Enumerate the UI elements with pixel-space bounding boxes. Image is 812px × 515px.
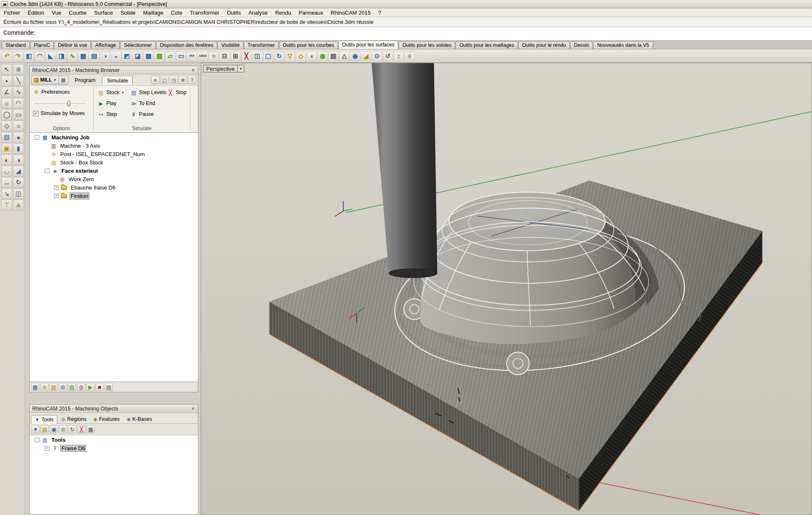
- tree-item-label[interactable]: Ebauche fraise D6: [69, 184, 117, 191]
- load-tool-library-icon[interactable]: ▤: [41, 425, 49, 433]
- rebuild-surface-icon[interactable]: ↻: [274, 51, 284, 61]
- tab-simulate[interactable]: Simulate: [102, 76, 133, 85]
- settings-icon[interactable]: ⊚: [179, 76, 187, 84]
- fillet-surface-icon[interactable]: ◠: [35, 51, 45, 61]
- step-levels-button[interactable]: ▤ Step Levels: [129, 88, 168, 97]
- scale-icon[interactable]: ↘: [1, 188, 12, 199]
- handlebar-editor-icon[interactable]: ⊙: [372, 51, 382, 61]
- dimension-icon[interactable]: ⊤: [1, 200, 12, 210]
- stock-setup-icon[interactable]: ▧: [49, 383, 58, 391]
- helix-icon[interactable]: ≈: [13, 120, 24, 131]
- toolbar-tab[interactable]: Outils pour les maillages: [456, 41, 518, 49]
- slider-thumb[interactable]: [67, 101, 70, 106]
- sweep2-icon[interactable]: ◪: [133, 51, 143, 61]
- tree-item-label[interactable]: Fraise D6: [60, 445, 86, 452]
- menu-item[interactable]: ?: [374, 8, 385, 17]
- checkbox-check-icon[interactable]: ✓: [33, 111, 38, 116]
- command-input-line[interactable]: Commande:: [0, 27, 812, 41]
- stock-button[interactable]: ▧ Stock ▾: [96, 88, 126, 97]
- objects-tab[interactable]: ▼ Tools: [31, 415, 57, 424]
- arc-icon[interactable]: ◠: [13, 98, 24, 109]
- redo-icon[interactable]: ↷: [13, 51, 23, 61]
- toolbar-tab[interactable]: Sélectionner: [120, 41, 156, 49]
- to-end-button[interactable]: ≫ To End: [129, 99, 157, 108]
- menu-item[interactable]: Rendu: [272, 8, 295, 17]
- fit-plane-icon[interactable]: FIT: [187, 51, 197, 61]
- merge-surface-icon[interactable]: ⊟: [220, 51, 230, 61]
- history-icon[interactable]: ↺: [383, 51, 393, 61]
- menu-item[interactable]: Surface: [90, 8, 117, 17]
- polygon-icon[interactable]: ◇: [1, 120, 12, 131]
- menu-item[interactable]: Outils: [223, 8, 244, 17]
- unroll-surface-icon[interactable]: ◇: [296, 51, 306, 61]
- toolbar-tab[interactable]: Visibilité: [218, 41, 243, 49]
- mill-extra-button[interactable]: ▦: [59, 76, 68, 85]
- edit-tool-icon[interactable]: ↻: [68, 425, 77, 433]
- boolean-difference-icon[interactable]: ◑: [13, 154, 24, 165]
- preferences-button[interactable]: ⊚ Preferences: [33, 89, 69, 95]
- tree-item-label[interactable]: Work Zero: [67, 176, 95, 183]
- create-tool-icon[interactable]: ⊞: [59, 425, 67, 433]
- emap-icon[interactable]: ◉: [350, 51, 360, 61]
- material-icon[interactable]: ▨: [68, 383, 76, 391]
- circle-icon[interactable]: ○: [1, 98, 12, 109]
- trim-surface-icon[interactable]: ╳: [241, 51, 251, 61]
- surface-icon[interactable]: ▧: [1, 132, 12, 143]
- menu-item[interactable]: Courbe: [65, 8, 90, 17]
- symmetry-icon[interactable]: ◖: [307, 51, 317, 61]
- extend-surface-icon[interactable]: ◧: [24, 51, 34, 61]
- fillet-edge-icon[interactable]: ◡: [1, 166, 12, 177]
- toolbar-tab[interactable]: Affichage: [91, 41, 120, 49]
- play-button[interactable]: ▶ Play: [96, 99, 118, 108]
- perspective-viewport[interactable]: Perspective ▾: [201, 63, 812, 515]
- direction-icon[interactable]: ↕: [394, 51, 404, 61]
- toolbar-tab[interactable]: Outils pour les surfaces: [338, 41, 398, 49]
- toolbar-tab[interactable]: Nouveautés dans la V5: [593, 41, 653, 49]
- simulate-play-icon[interactable]: ▶: [86, 383, 95, 391]
- expand-toggle[interactable]: +: [54, 185, 59, 190]
- stop-button[interactable]: ╳ Stop: [166, 88, 188, 97]
- network-surface-icon[interactable]: ▩: [143, 51, 154, 61]
- sweep1-icon[interactable]: ◩: [122, 51, 132, 61]
- pause-button[interactable]: ‖ Pause: [129, 110, 155, 119]
- smooth-icon[interactable]: ≡: [405, 51, 415, 61]
- menu-item[interactable]: Analyse: [244, 8, 271, 17]
- tree-item-label[interactable]: Machine - 3 Axis: [59, 142, 101, 149]
- minimize-ribbon-icon[interactable]: ∧: [151, 76, 159, 84]
- blend-surface-icon[interactable]: ∿: [67, 51, 77, 61]
- expand-toggle[interactable]: +: [54, 194, 59, 198]
- curve-icon[interactable]: ∿: [13, 87, 24, 97]
- close-icon[interactable]: ×: [190, 67, 196, 73]
- window-layout-icon[interactable]: ▢: [160, 76, 169, 84]
- viewport-title[interactable]: Perspective ▾: [203, 65, 244, 72]
- menu-item[interactable]: RhinoCAM 2015: [327, 8, 374, 17]
- machine-setup-icon[interactable]: ▦: [31, 383, 39, 391]
- text-icon[interactable]: A: [13, 200, 24, 210]
- simulate-by-moves-checkbox[interactable]: ✓ Simulate by Moves: [33, 110, 85, 116]
- mirror-icon[interactable]: ◫: [13, 188, 24, 199]
- save-tool-library-icon[interactable]: ▣: [50, 425, 58, 433]
- match-surface-icon[interactable]: ≈: [209, 51, 219, 61]
- change-degree-icon[interactable]: DEG: [198, 51, 208, 61]
- toolbar-tab[interactable]: Dessin: [570, 41, 593, 49]
- chamfer-edge-icon[interactable]: ◢: [13, 166, 24, 177]
- toolbar-tab[interactable]: PlansC: [30, 41, 54, 49]
- report-icon[interactable]: ▤: [105, 383, 113, 391]
- rotate-icon[interactable]: ↻: [13, 177, 24, 188]
- toolbar-tab[interactable]: Outils pour le rendu: [518, 41, 570, 49]
- toolbar-tab[interactable]: Standard: [2, 41, 30, 49]
- curvature-analysis-icon[interactable]: ◍: [318, 51, 328, 61]
- tree-item-label[interactable]: Finition: [69, 192, 90, 200]
- ribbon-surface-icon[interactable]: ▱: [165, 51, 175, 61]
- patch-surface-icon[interactable]: ▦: [78, 51, 88, 61]
- revolve-surface-icon[interactable]: ◑: [100, 51, 110, 61]
- menu-item[interactable]: Panneaux: [295, 8, 327, 17]
- menu-item[interactable]: Solide: [117, 8, 139, 17]
- line-icon[interactable]: ╲: [13, 75, 24, 86]
- point-icon[interactable]: •: [1, 75, 12, 86]
- tree-item-label[interactable]: Machining Job: [50, 134, 91, 141]
- menu-item[interactable]: Transformer: [186, 8, 223, 17]
- loft-surface-icon[interactable]: ▤: [89, 51, 99, 61]
- objects-tab[interactable]: ◆ Features: [90, 415, 123, 423]
- help-icon[interactable]: ?: [188, 76, 196, 84]
